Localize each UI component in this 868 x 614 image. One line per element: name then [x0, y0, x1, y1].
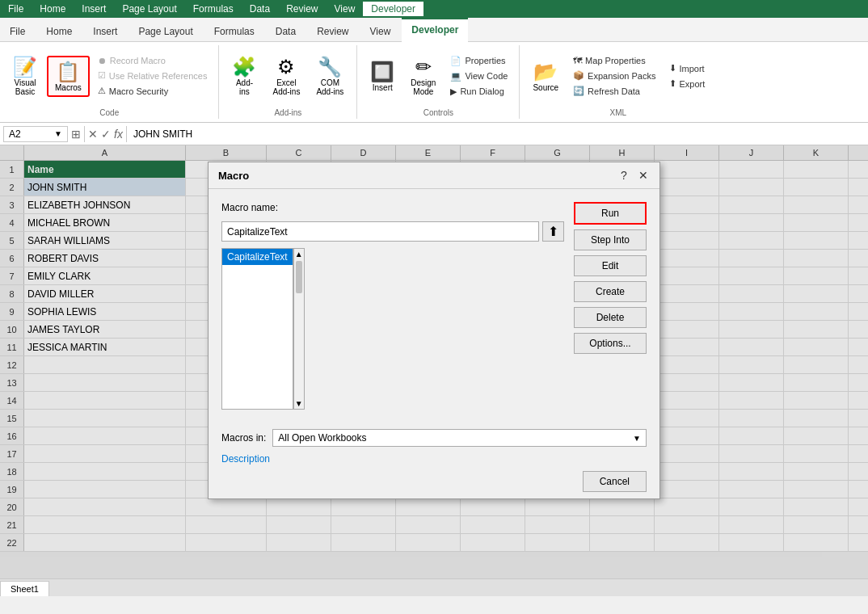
- col-header-a[interactable]: A: [24, 145, 186, 160]
- refresh-data-button[interactable]: 🔄 Refresh Data: [568, 84, 660, 98]
- sheet-tab-1[interactable]: Sheet1: [0, 581, 49, 596]
- cell-reference-box[interactable]: A2 ▼: [3, 126, 68, 142]
- cell[interactable]: [590, 498, 655, 515]
- cell[interactable]: [849, 516, 868, 533]
- cell[interactable]: [784, 196, 849, 213]
- cell[interactable]: [396, 498, 461, 515]
- cell[interactable]: [849, 481, 868, 498]
- cell[interactable]: [849, 463, 868, 480]
- cell[interactable]: [24, 392, 186, 409]
- cell[interactable]: [784, 161, 849, 178]
- col-header-d[interactable]: D: [331, 145, 396, 160]
- menu-view[interactable]: View: [327, 2, 364, 16]
- cell[interactable]: [24, 498, 186, 515]
- cell[interactable]: [655, 463, 719, 480]
- macros-in-select[interactable]: All Open Workbooks ▼: [272, 429, 647, 447]
- cell[interactable]: [849, 445, 868, 462]
- cell[interactable]: [719, 179, 784, 196]
- excel-addins-button[interactable]: ⚙ ExcelAdd-ins: [266, 53, 306, 99]
- cell[interactable]: [849, 374, 868, 391]
- cell[interactable]: [849, 392, 868, 409]
- cell[interactable]: [784, 534, 849, 551]
- delete-button[interactable]: Delete: [574, 307, 647, 328]
- cell[interactable]: [849, 339, 868, 355]
- menu-developer[interactable]: Developer: [363, 2, 423, 16]
- cell[interactable]: [655, 285, 719, 302]
- col-header-f[interactable]: F: [461, 145, 525, 160]
- menu-data[interactable]: Data: [242, 2, 278, 16]
- cell[interactable]: [719, 481, 784, 498]
- cell[interactable]: [719, 321, 784, 338]
- tab-developer[interactable]: Developer: [402, 18, 468, 42]
- cell[interactable]: [655, 498, 719, 515]
- cell[interactable]: [719, 339, 784, 355]
- cell[interactable]: [719, 498, 784, 515]
- cell[interactable]: [719, 303, 784, 320]
- cell[interactable]: [655, 161, 719, 178]
- cell[interactable]: [331, 516, 396, 533]
- cell[interactable]: [24, 356, 186, 373]
- menu-page-layout[interactable]: Page Layout: [114, 2, 184, 16]
- col-header-l[interactable]: L: [849, 145, 868, 160]
- cell[interactable]: [655, 232, 719, 249]
- tab-home[interactable]: Home: [36, 19, 82, 41]
- cell[interactable]: [719, 516, 784, 533]
- menu-home[interactable]: Home: [32, 2, 74, 16]
- cell[interactable]: [719, 232, 784, 249]
- cell[interactable]: [784, 374, 849, 391]
- cell[interactable]: [525, 516, 590, 533]
- tab-insert[interactable]: Insert: [83, 19, 127, 41]
- cell[interactable]: [784, 481, 849, 498]
- cell[interactable]: [849, 232, 868, 249]
- cell[interactable]: [655, 321, 719, 338]
- menu-insert[interactable]: Insert: [74, 2, 114, 16]
- cell[interactable]: [331, 534, 396, 551]
- cell[interactable]: [655, 392, 719, 409]
- cell[interactable]: [849, 196, 868, 213]
- cell[interactable]: [461, 534, 525, 551]
- cell[interactable]: [719, 196, 784, 213]
- cell[interactable]: [655, 179, 719, 196]
- col-header-g[interactable]: G: [525, 145, 590, 160]
- cell[interactable]: [719, 463, 784, 480]
- cell[interactable]: SARAH WILLIAMS: [24, 232, 186, 249]
- run-dialog-button[interactable]: ▶ Run Dialog: [445, 85, 512, 99]
- cell[interactable]: [24, 463, 186, 480]
- cell[interactable]: [719, 285, 784, 302]
- tab-formulas[interactable]: Formulas: [204, 19, 264, 41]
- cell[interactable]: [655, 427, 719, 444]
- cell[interactable]: [849, 214, 868, 231]
- cell[interactable]: [719, 445, 784, 462]
- cell[interactable]: [24, 374, 186, 391]
- cell[interactable]: [719, 410, 784, 427]
- cell[interactable]: [849, 161, 868, 178]
- cell[interactable]: [784, 445, 849, 462]
- cell[interactable]: [525, 534, 590, 551]
- cell[interactable]: [784, 303, 849, 320]
- cell[interactable]: [267, 498, 331, 515]
- expansion-packs-button[interactable]: 📦 Expansion Packs: [568, 69, 660, 82]
- macro-security-button[interactable]: ⚠ Macro Security: [93, 84, 213, 98]
- cell[interactable]: EMILY CLARK: [24, 267, 186, 284]
- cell[interactable]: JESSICA MARTIN: [24, 339, 186, 355]
- cell[interactable]: [655, 374, 719, 391]
- col-header-c[interactable]: C: [267, 145, 331, 160]
- cell[interactable]: [186, 534, 267, 551]
- col-header-j[interactable]: J: [719, 145, 784, 160]
- properties-button[interactable]: 📄 Properties: [445, 54, 512, 68]
- cell[interactable]: [784, 516, 849, 533]
- cell[interactable]: [24, 410, 186, 427]
- cell[interactable]: [267, 516, 331, 533]
- cell[interactable]: [849, 285, 868, 302]
- cell[interactable]: [719, 374, 784, 391]
- cell[interactable]: [461, 516, 525, 533]
- cell[interactable]: [849, 427, 868, 444]
- cell[interactable]: [849, 321, 868, 338]
- cell[interactable]: [784, 498, 849, 515]
- use-relative-button[interactable]: ☑ Use Relative References: [93, 69, 213, 82]
- cell[interactable]: [784, 463, 849, 480]
- cell[interactable]: [784, 250, 849, 267]
- cell[interactable]: [719, 161, 784, 178]
- cell[interactable]: [719, 250, 784, 267]
- tab-page-layout[interactable]: Page Layout: [129, 19, 202, 41]
